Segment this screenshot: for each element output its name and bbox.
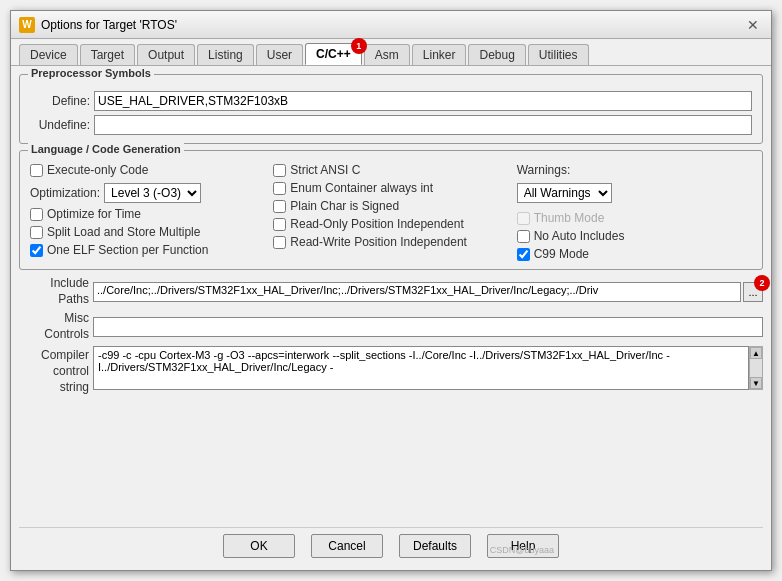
preprocessor-group-label: Preprocessor Symbols [28, 67, 154, 79]
optimization-select-wrap: Level 0 (-O0) Level 1 (-O1) Level 2 (-O2… [104, 183, 201, 203]
exec-only-label: Execute-only Code [47, 163, 148, 177]
cancel-button[interactable]: Cancel [311, 534, 383, 558]
enum-container-label: Enum Container always int [290, 181, 433, 195]
strict-ansi-check[interactable] [273, 164, 286, 177]
thumb-mode-row: Thumb Mode [517, 211, 752, 225]
ok-button[interactable]: OK [223, 534, 295, 558]
help-button[interactable]: Help CSDN@buyaaa [487, 534, 559, 558]
define-row: Define: [30, 91, 752, 111]
compiler-control-row: Compiler control string -c99 -c -cpu Cor… [19, 346, 763, 395]
strict-ansi-row: Strict ANSI C [273, 163, 508, 177]
thumb-mode-check[interactable] [517, 212, 530, 225]
misc-controls-wrap [93, 317, 763, 337]
misc-controls-row: Misc Controls [19, 311, 763, 342]
lang-col2: Strict ANSI C Enum Container always int … [273, 163, 508, 261]
lang-col1: Execute-only Code Optimization: Level 0 … [30, 163, 265, 261]
tab-output[interactable]: Output [137, 44, 195, 65]
undefine-input[interactable] [94, 115, 752, 135]
close-button[interactable]: ✕ [743, 17, 763, 33]
window-title: Options for Target 'RTOS' [41, 18, 177, 32]
compiler-control-value: -c99 -c -cpu Cortex-M3 -g -O3 --apcs=int… [93, 346, 749, 390]
read-only-pos-label: Read-Only Position Independent [290, 217, 463, 231]
undefine-row: Undefine: [30, 115, 752, 135]
warnings-select-wrap: All Warnings No Warnings Unspecified [517, 183, 752, 203]
no-auto-includes-row: No Auto Includes [517, 229, 752, 243]
opt-time-row: Optimize for Time [30, 207, 265, 221]
misc-controls-input[interactable] [93, 317, 763, 337]
tab-utilities[interactable]: Utilities [528, 44, 589, 65]
thumb-mode-label: Thumb Mode [534, 211, 605, 225]
lang-col3: Warnings: All Warnings No Warnings Unspe… [517, 163, 752, 261]
tabs-bar: Device Target Output Listing User C/C++ … [11, 39, 771, 66]
optimization-row: Optimization: Level 0 (-O0) Level 1 (-O1… [30, 183, 265, 203]
warnings-select[interactable]: All Warnings No Warnings Unspecified [517, 183, 612, 203]
compiler-control-wrap: -c99 -c -cpu Cortex-M3 -g -O3 --apcs=int… [93, 346, 763, 390]
tab-device[interactable]: Device [19, 44, 78, 65]
misc-controls-label: Misc Controls [19, 311, 89, 342]
c99-mode-label: C99 Mode [534, 247, 589, 261]
split-load-row: Split Load and Store Multiple [30, 225, 265, 239]
optimization-select[interactable]: Level 0 (-O0) Level 1 (-O1) Level 2 (-O2… [104, 183, 201, 203]
define-input[interactable] [94, 91, 752, 111]
dialog-window: W Options for Target 'RTOS' ✕ Device Tar… [10, 10, 772, 571]
c99-mode-check[interactable] [517, 248, 530, 261]
define-label: Define: [30, 94, 90, 108]
include-paths-wrap: ../Core/Inc;../Drivers/STM32F1xx_HAL_Dri… [93, 282, 763, 302]
browse-badge: 2 [754, 275, 770, 291]
footer-buttons: OK Cancel Defaults Help CSDN@buyaaa [19, 527, 763, 562]
include-paths-label: Include Paths [19, 276, 89, 307]
plain-char-row: Plain Char is Signed [273, 199, 508, 213]
read-write-pos-check[interactable] [273, 236, 286, 249]
language-group-label: Language / Code Generation [28, 143, 184, 155]
tab-ccpp[interactable]: C/C++ 1 [305, 43, 362, 65]
tab-debug[interactable]: Debug [468, 44, 525, 65]
include-paths-row: Include Paths ../Core/Inc;../Drivers/STM… [19, 276, 763, 307]
c99-mode-row: C99 Mode [517, 247, 752, 261]
title-bar-left: W Options for Target 'RTOS' [19, 17, 177, 33]
one-elf-check[interactable] [30, 244, 43, 257]
app-icon: W [19, 17, 35, 33]
no-auto-includes-label: No Auto Includes [534, 229, 625, 243]
language-group: Language / Code Generation Execute-only … [19, 150, 763, 270]
tab-ccpp-badge: 1 [351, 38, 367, 54]
tab-listing[interactable]: Listing [197, 44, 254, 65]
opt-time-label: Optimize for Time [47, 207, 141, 221]
tab-asm[interactable]: Asm [364, 44, 410, 65]
defaults-button[interactable]: Defaults [399, 534, 471, 558]
split-load-label: Split Load and Store Multiple [47, 225, 200, 239]
watermark: CSDN@buyaaa [490, 545, 554, 555]
read-write-pos-row: Read-Write Position Independent [273, 235, 508, 249]
compiler-scrollbar[interactable]: ▲ ▼ [749, 346, 763, 390]
include-paths-value: ../Core/Inc;../Drivers/STM32F1xx_HAL_Dri… [93, 282, 741, 302]
one-elf-label: One ELF Section per Function [47, 243, 208, 257]
split-load-check[interactable] [30, 226, 43, 239]
scrollbar-down-button[interactable]: ▼ [750, 377, 762, 389]
one-elf-row: One ELF Section per Function [30, 243, 265, 257]
exec-only-row: Execute-only Code [30, 163, 265, 177]
read-only-pos-row: Read-Only Position Independent [273, 217, 508, 231]
plain-char-label: Plain Char is Signed [290, 199, 399, 213]
undefine-label: Undefine: [30, 118, 90, 132]
tab-user[interactable]: User [256, 44, 303, 65]
include-paths-browse-button[interactable]: ... 2 [743, 282, 763, 302]
preprocessor-group: Preprocessor Symbols Define: Undefine: [19, 74, 763, 144]
scrollbar-up-button[interactable]: ▲ [750, 347, 762, 359]
enum-container-row: Enum Container always int [273, 181, 508, 195]
enum-container-check[interactable] [273, 182, 286, 195]
compiler-control-label: Compiler control string [19, 346, 89, 395]
tab-linker[interactable]: Linker [412, 44, 467, 65]
tab-target[interactable]: Target [80, 44, 135, 65]
warnings-label: Warnings: [517, 163, 752, 177]
no-auto-includes-check[interactable] [517, 230, 530, 243]
read-write-pos-label: Read-Write Position Independent [290, 235, 467, 249]
plain-char-check[interactable] [273, 200, 286, 213]
optimization-label: Optimization: [30, 186, 100, 200]
strict-ansi-label: Strict ANSI C [290, 163, 360, 177]
read-only-pos-check[interactable] [273, 218, 286, 231]
opt-time-check[interactable] [30, 208, 43, 221]
bottom-fields: Include Paths ../Core/Inc;../Drivers/STM… [19, 276, 763, 395]
title-bar: W Options for Target 'RTOS' ✕ [11, 11, 771, 39]
dialog-body: Preprocessor Symbols Define: Undefine: L… [11, 66, 771, 570]
exec-only-check[interactable] [30, 164, 43, 177]
